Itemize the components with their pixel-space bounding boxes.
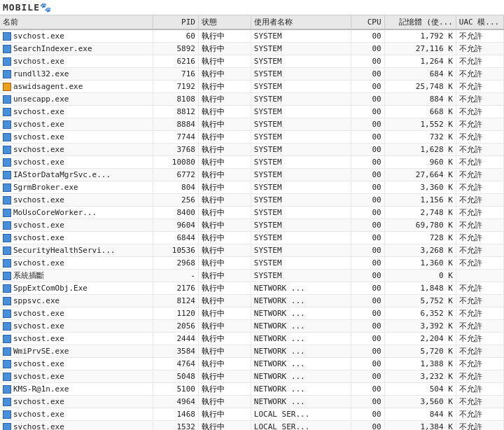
table-row[interactable]: svchost.exe256執行中SYSTEM001,156 K不允許 [0,194,504,207]
process-uac: 不允許 [456,383,503,396]
process-cpu: 00 [351,156,384,169]
process-pid: 5100 [153,383,198,396]
process-icon [3,360,11,368]
process-icon [3,83,11,91]
process-cpu: 00 [351,358,384,370]
table-row[interactable]: svchost.exe3768執行中SYSTEM001,628 K不允許 [0,144,504,156]
table-row[interactable]: svchost.exe8812執行中SYSTEM00668 K不允許 [0,106,504,118]
process-user: NETWORK ... [251,333,351,345]
process-name: svchost.exe [13,158,64,167]
col-header-cpu[interactable]: CPU [351,15,384,29]
process-uac: 不允許 [456,370,503,383]
table-row[interactable]: svchost.exe9604執行中SYSTEM0069,780 K不允許 [0,219,504,232]
process-icon [3,196,11,204]
process-name-cell: rundll32.exe [0,68,153,81]
process-user: NETWORK ... [251,396,351,408]
process-status: 執行中 [198,270,251,282]
table-row[interactable]: svchost.exe2056執行中NETWORK ...003,392 K不允… [0,320,504,333]
process-name: svchost.exe [13,233,64,242]
table-row[interactable]: SppExtComObj.Exe2176執行中NETWORK ...001,84… [0,282,504,295]
table-row[interactable]: svchost.exe1120執行中NETWORK ...006,352 K不允… [0,307,504,320]
process-user: SYSTEM [251,118,351,131]
process-cpu: 00 [351,118,384,131]
process-cpu: 00 [351,106,384,118]
process-name: svchost.exe [13,397,64,406]
process-pid: 716 [153,68,198,81]
table-row[interactable]: svchost.exe6844執行中SYSTEM00728 K不允許 [0,232,504,244]
process-name: SearchIndexer.exe [13,44,92,53]
process-table-container[interactable]: 名前 PID 状態 使用者名称 CPU 記憶體 (使... UAC 模... s… [0,15,504,430]
table-row[interactable]: svchost.exe4764執行中NETWORK ...001,388 K不允… [0,358,504,370]
process-cpu: 00 [351,257,384,270]
table-row[interactable]: svchost.exe4964執行中NETWORK ...003,560 K不允… [0,396,504,408]
col-header-uac[interactable]: UAC 模... [456,15,503,29]
table-row[interactable]: SgrmBroker.exe804執行中SYSTEM003,360 K不允許 [0,181,504,194]
table-row[interactable]: aswidsagent.exe7192執行中SYSTEM0025,748 K不允… [0,81,504,93]
process-name-cell: svchost.exe [0,106,153,118]
table-row[interactable]: SecurityHealthServi...10536執行中SYSTEM003,… [0,244,504,257]
process-name-cell: svchost.exe [0,320,153,333]
process-user: SYSTEM [251,68,351,81]
process-uac: 不允許 [456,144,503,156]
table-row[interactable]: KMS-R@1n.exe5100執行中NETWORK ...00504 K不允許 [0,383,504,396]
process-name: SppExtComObj.Exe [13,284,88,293]
table-row[interactable]: svchost.exe2968執行中SYSTEM001,360 K不允許 [0,257,504,270]
table-row[interactable]: rundll32.exe716執行中SYSTEM00684 K不允許 [0,68,504,81]
process-uac: 不允許 [456,118,503,131]
col-header-pid[interactable]: PID [153,15,198,29]
process-pid: 5048 [153,370,198,383]
process-cpu: 00 [351,333,384,345]
process-uac: 不允許 [456,181,503,194]
process-icon [3,398,11,406]
process-name: svchost.exe [13,321,64,331]
col-header-user[interactable]: 使用者名称 [251,15,351,29]
process-memory: 25,748 K [384,81,456,93]
process-pid: 3584 [153,345,198,358]
table-row[interactable]: sppsvc.exe8124執行中NETWORK ...005,752 K不允許 [0,295,504,307]
process-user: SYSTEM [251,93,351,106]
process-icon [3,95,11,104]
table-row[interactable]: svchost.exe60執行中SYSTEM001,792 K不允許 [0,29,504,43]
process-uac: 不允許 [456,282,503,295]
table-row[interactable]: 系統插斷-執行中SYSTEM000 K [0,270,504,282]
process-name: svchost.exe [13,145,64,154]
title-bar: MOBILE🐾 [0,0,504,15]
process-pid: 2444 [153,333,198,345]
process-name: 系統插斷 [13,271,44,280]
process-memory: 1,384 K [384,421,456,431]
col-header-status[interactable]: 状態 [198,15,251,29]
process-icon [3,133,11,141]
process-user: SYSTEM [251,169,351,181]
table-row[interactable]: svchost.exe6216執行中SYSTEM001,264 K不允許 [0,55,504,68]
table-row[interactable]: SearchIndexer.exe5892執行中SYSTEM0027,116 K… [0,43,504,55]
process-user: NETWORK ... [251,295,351,307]
table-row[interactable]: svchost.exe1468執行中LOCAL SER...00844 K不允許 [0,408,504,421]
table-row[interactable]: svchost.exe10080執行中SYSTEM00960 K不允許 [0,156,504,169]
process-name-cell: svchost.exe [0,408,153,421]
process-pid: 804 [153,181,198,194]
table-row[interactable]: svchost.exe8884執行中SYSTEM001,552 K不允許 [0,118,504,131]
col-header-mem[interactable]: 記憶體 (使... [384,15,456,29]
table-row[interactable]: svchost.exe2444執行中NETWORK ...002,204 K不允… [0,333,504,345]
process-name-cell: svchost.exe [0,29,153,43]
process-pid: 256 [153,194,198,207]
process-uac: 不允許 [456,81,503,93]
process-status: 執行中 [198,68,251,81]
process-user: SYSTEM [251,181,351,194]
process-memory: 1,848 K [384,282,456,295]
table-row[interactable]: svchost.exe1532執行中LOCAL SER...001,384 K不… [0,421,504,431]
table-row[interactable]: IAStorDataMgrSvc.e...6772執行中SYSTEM0027,6… [0,169,504,181]
table-row[interactable]: MoUsoCoreWorker...8400執行中SYSTEM002,748 K… [0,207,504,219]
process-icon [3,335,11,343]
table-row[interactable]: WmiPrvSE.exe3584執行中NETWORK ...005,720 K不… [0,345,504,358]
process-icon [3,347,11,356]
process-status: 執行中 [198,55,251,68]
table-row[interactable]: svchost.exe5048執行中NETWORK ...003,232 K不允… [0,370,504,383]
table-row[interactable]: unsecapp.exe8108執行中SYSTEM00884 K不允許 [0,93,504,106]
process-cpu: 00 [351,55,384,68]
table-row[interactable]: svchost.exe7744執行中SYSTEM00732 K不允許 [0,131,504,144]
process-memory: 1,552 K [384,118,456,131]
col-header-name[interactable]: 名前 [0,15,153,29]
process-memory: 668 K [384,106,456,118]
process-icon [3,385,11,394]
